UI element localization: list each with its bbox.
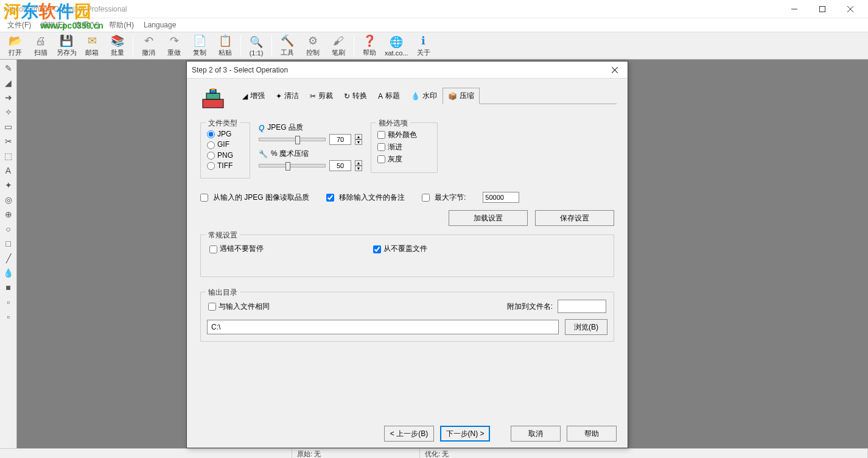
magic-spin-down[interactable]: ▼ <box>355 166 362 171</box>
sidebar-tool[interactable]: ➜ <box>2 91 15 104</box>
toolbar-label: 撤消 <box>142 48 155 57</box>
svg-rect-9 <box>211 88 215 90</box>
operation-tab[interactable]: ✂剪裁 <box>304 88 338 104</box>
magic-spin-up[interactable]: ▲ <box>355 160 362 166</box>
filetype-option[interactable]: JPG <box>207 130 243 138</box>
extra-options-group: 额外选项 额外颜色渐进灰度 <box>371 122 438 173</box>
toolbar-button[interactable]: 🔨工具 <box>275 33 300 58</box>
operation-tabs: ◢增强✦清洁✂剪裁↻转换A标题💧水印📦压缩 <box>237 87 617 104</box>
output-path-input[interactable] <box>207 320 559 334</box>
operation-tab[interactable]: ✦清洁 <box>270 88 304 104</box>
operation-tab[interactable]: ↻转换 <box>338 88 373 104</box>
toolbar-button[interactable]: 🖌笔刷 <box>326 33 351 58</box>
sidebar-tool[interactable]: ▫ <box>2 295 15 309</box>
sidebar-tool[interactable]: ✎ <box>2 62 15 75</box>
toolbar-button[interactable]: 📋粘贴 <box>212 33 238 58</box>
sidebar-tool[interactable]: ▭ <box>2 120 15 133</box>
toolbar-button[interactable]: ✉邮箱 <box>79 33 105 58</box>
sidebar-tool[interactable]: ✂ <box>2 135 15 148</box>
toolbar-button[interactable]: 🖨扫描 <box>28 33 54 58</box>
quality-spin-up[interactable]: ▲ <box>355 134 362 139</box>
tab-icon: 📦 <box>448 92 457 100</box>
sidebar-tool[interactable]: ✧ <box>2 105 15 119</box>
next-button[interactable]: 下一步(N) > <box>440 426 490 442</box>
extra-option[interactable]: 渐进 <box>377 142 431 152</box>
quality-slider[interactable] <box>259 138 326 141</box>
sidebar-tool[interactable]: ■ <box>2 281 15 294</box>
extra-option[interactable]: 额外颜色 <box>377 130 431 140</box>
dialog-close-button[interactable] <box>607 63 623 77</box>
tool-sidebar: ✎◢➜✧▭✂⬚A✦◎⊕○□╱💧■▫▫ <box>0 60 17 448</box>
minimize-button[interactable] <box>780 0 808 18</box>
toolbar-button[interactable]: ⚙控制 <box>300 33 326 58</box>
toolbar-button[interactable]: ↷重做 <box>161 33 187 58</box>
append-input[interactable] <box>558 300 606 313</box>
sidebar-tool[interactable]: 💧 <box>2 266 15 280</box>
magic-input[interactable] <box>329 160 351 171</box>
toolbar-button[interactable]: 🌐xat.co... <box>382 33 411 58</box>
sidebar-tool[interactable]: ╱ <box>2 252 15 265</box>
toolbar-label: 复制 <box>193 48 206 57</box>
output-legend: 输出目录 <box>206 287 240 298</box>
toolbar-button[interactable]: 📄复制 <box>187 33 212 58</box>
close-button[interactable] <box>836 0 864 18</box>
toolbar-label: 粘贴 <box>219 48 232 57</box>
operation-tab[interactable]: A标题 <box>373 88 405 104</box>
sidebar-tool[interactable]: □ <box>2 237 15 250</box>
quality-input[interactable] <box>329 134 351 145</box>
toolbar-button[interactable]: ℹ关于 <box>411 33 436 58</box>
status-optimized: 优化: 无 <box>420 449 868 458</box>
browse-button[interactable]: 浏览(B) <box>565 319 607 335</box>
sidebar-tool[interactable]: ◢ <box>2 76 15 90</box>
toolbar-button[interactable]: 💾另存为 <box>54 33 79 58</box>
toolbar-label: 工具 <box>281 48 294 57</box>
menu-item[interactable]: 查看(V) <box>70 19 104 32</box>
no-overwrite-checkbox[interactable]: 从不覆盖文件 <box>373 244 427 254</box>
filetype-option[interactable]: TIFF <box>207 161 243 170</box>
cancel-button[interactable]: 取消 <box>511 426 561 442</box>
statusbar: 原始: 无 优化: 无 <box>0 448 868 458</box>
sidebar-tool[interactable]: ◎ <box>2 193 15 206</box>
menu-item[interactable]: Language <box>139 19 181 30</box>
menu-item[interactable]: 编辑(E) <box>36 19 70 32</box>
magic-slider[interactable] <box>259 164 326 167</box>
toolbar-label: 邮箱 <box>85 48 99 57</box>
operation-tab[interactable]: 📦压缩 <box>443 88 480 104</box>
sidebar-tool[interactable]: A <box>2 164 15 177</box>
toolbar-button[interactable]: ❓帮助 <box>357 33 382 58</box>
toolbar-label: 扫描 <box>34 48 47 57</box>
back-button[interactable]: < 上一步(B) <box>384 426 434 442</box>
remove-comment-checkbox[interactable]: 移除输入文件的备注 <box>326 192 405 203</box>
toolbar-icon: ✉ <box>85 34 99 48</box>
sidebar-tool[interactable]: ○ <box>2 222 15 236</box>
tab-label: 压缩 <box>460 91 474 101</box>
operation-tab[interactable]: 💧水印 <box>405 88 443 104</box>
load-settings-button[interactable]: 加载设置 <box>449 210 528 226</box>
sidebar-tool[interactable]: ⬚ <box>2 149 15 163</box>
toolbar-button[interactable]: 📂打开 <box>2 33 28 58</box>
general-legend: 常规设置 <box>206 230 240 241</box>
menu-item[interactable]: 帮助(H) <box>104 19 139 32</box>
maximize-button[interactable] <box>808 0 836 18</box>
same-as-input-checkbox[interactable]: 与输入文件相同 <box>208 301 270 312</box>
sidebar-tool[interactable]: ✦ <box>2 178 15 192</box>
step-icon <box>198 87 228 111</box>
sidebar-tool[interactable]: ▫ <box>2 310 15 323</box>
toolbar-button[interactable]: 📚批量 <box>105 33 130 58</box>
toolbar-separator <box>271 35 272 57</box>
max-bytes-checkbox[interactable]: 最大字节: <box>422 192 466 203</box>
filetype-option[interactable]: GIF <box>207 140 243 149</box>
toolbar-button[interactable]: ↶撤消 <box>136 33 161 58</box>
no-pause-checkbox[interactable]: 遇错不要暂停 <box>209 244 264 254</box>
read-quality-checkbox[interactable]: 从输入的 JPEG 图像读取品质 <box>200 192 309 203</box>
max-bytes-input[interactable] <box>483 192 519 203</box>
toolbar-button[interactable]: 🔍(1:1) <box>243 33 269 58</box>
save-settings-button[interactable]: 保存设置 <box>535 210 614 226</box>
operation-tab[interactable]: ◢增强 <box>237 88 270 104</box>
help-button[interactable]: 帮助 <box>567 426 617 442</box>
extra-option[interactable]: 灰度 <box>377 154 431 164</box>
menu-item[interactable]: 文件(F) <box>2 19 36 32</box>
sidebar-tool[interactable]: ⊕ <box>2 208 15 221</box>
quality-spin-down[interactable]: ▼ <box>355 139 362 145</box>
filetype-option[interactable]: PNG <box>207 151 243 160</box>
